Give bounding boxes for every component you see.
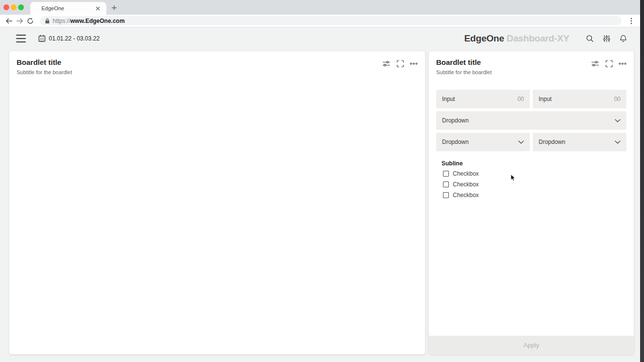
apply-button[interactable]: Apply bbox=[429, 336, 634, 354]
checkbox-row-3[interactable]: Checkbox bbox=[443, 191, 626, 199]
chevron-down-icon bbox=[518, 141, 524, 144]
checkbox-square[interactable] bbox=[443, 181, 449, 187]
boardlet-left-header: Boardlet title Subtitle for the boardlet bbox=[17, 58, 418, 76]
new-tab-button[interactable] bbox=[110, 4, 118, 12]
ellipsis-icon bbox=[619, 62, 626, 65]
filter-settings-button[interactable] bbox=[603, 35, 610, 42]
reload-icon bbox=[27, 18, 34, 24]
boardlet-more-button[interactable] bbox=[619, 60, 626, 67]
sliders-horizontal-icon bbox=[591, 60, 599, 67]
boardlet-right-header: Boardlet title Subtitle for the boardlet bbox=[436, 58, 626, 76]
browser-tab[interactable]: EdgeOne bbox=[30, 2, 106, 15]
search-icon bbox=[586, 35, 594, 42]
boardlet-fullscreen-button[interactable] bbox=[396, 60, 404, 67]
logo-primary: EdgeOne bbox=[464, 33, 504, 43]
kebab-menu-icon bbox=[630, 18, 632, 24]
sliders-vertical-icon bbox=[603, 35, 610, 42]
lock-icon bbox=[45, 18, 50, 24]
tab-title: EdgeOne bbox=[41, 5, 94, 11]
search-button[interactable] bbox=[586, 35, 594, 42]
app-header: 01.01.22 - 03.03.22 EdgeOne Dashboard-XY bbox=[0, 27, 640, 50]
reload-button[interactable] bbox=[25, 16, 35, 26]
boardlet-right: Boardlet title Subtitle for the boardlet bbox=[428, 51, 634, 355]
boardlet-filter-button[interactable] bbox=[382, 60, 390, 67]
browser-address-bar: https://www.EdgeOne.com bbox=[0, 15, 644, 27]
url-text: https://www.EdgeOne.com bbox=[53, 18, 125, 24]
url-host: www.EdgeOne.com bbox=[70, 18, 125, 24]
checkbox-label: Checkbox bbox=[453, 192, 479, 199]
checkbox-row-1[interactable]: Checkbox bbox=[443, 170, 626, 178]
boardlet-title: Boardlet title bbox=[436, 58, 591, 67]
subline-section: Subline Checkbox Checkbox Checkbox bbox=[436, 160, 626, 199]
input-field-1[interactable]: Input 00 bbox=[436, 90, 530, 108]
chevron-down-icon bbox=[615, 141, 621, 144]
ellipsis-icon bbox=[410, 62, 418, 65]
boardlet-left: Boardlet title Subtitle for the boardlet bbox=[9, 51, 425, 355]
tab-close-button[interactable] bbox=[94, 4, 101, 12]
browser-tab-strip: EdgeOne bbox=[0, 0, 644, 15]
menu-button[interactable] bbox=[16, 35, 26, 42]
url-field[interactable]: https://www.EdgeOne.com bbox=[40, 16, 622, 25]
boardlet-more-button[interactable] bbox=[410, 60, 418, 67]
input-label: Input bbox=[442, 96, 455, 102]
boardlet-form: Input 00 Input 00 Dropdown Dropdown bbox=[436, 90, 626, 151]
header-icons bbox=[586, 35, 627, 42]
fullscreen-icon bbox=[397, 60, 404, 67]
app-logo: EdgeOne Dashboard-XY bbox=[464, 33, 569, 44]
back-button[interactable] bbox=[4, 16, 14, 26]
input-value: 00 bbox=[518, 96, 524, 102]
checkbox-label: Checkbox bbox=[453, 181, 479, 188]
browser-menu-button[interactable] bbox=[626, 16, 636, 26]
checkbox-label: Checkbox bbox=[453, 170, 479, 177]
boardlet-filter-button[interactable] bbox=[591, 60, 599, 67]
screen-right-edge bbox=[640, 0, 644, 362]
subline-label: Subline bbox=[442, 160, 626, 167]
url-scheme: https:// bbox=[53, 18, 70, 24]
window-close-button[interactable] bbox=[3, 4, 9, 10]
date-range-picker[interactable]: 01.01.22 - 03.03.22 bbox=[38, 35, 100, 42]
boardlet-subtitle: Subtitle for the boardlet bbox=[17, 69, 382, 76]
dropdown-label: Dropdown bbox=[442, 139, 469, 145]
dropdown-full[interactable]: Dropdown bbox=[436, 111, 626, 130]
calendar-icon bbox=[38, 35, 46, 42]
input-value: 00 bbox=[614, 96, 621, 102]
window-controls bbox=[3, 4, 24, 10]
dropdown-half-2[interactable]: Dropdown bbox=[533, 133, 626, 151]
checkbox-square[interactable] bbox=[443, 192, 449, 198]
dropdown-half-1[interactable]: Dropdown bbox=[436, 133, 530, 151]
dropdown-label: Dropdown bbox=[539, 139, 565, 145]
logo-secondary: Dashboard-XY bbox=[504, 33, 569, 43]
checkbox-square[interactable] bbox=[443, 171, 449, 177]
chevron-down-icon bbox=[615, 119, 621, 122]
input-label: Input bbox=[539, 96, 552, 102]
forward-icon bbox=[16, 18, 23, 24]
back-icon bbox=[5, 18, 13, 24]
window-zoom-button[interactable] bbox=[18, 4, 24, 10]
fullscreen-icon bbox=[605, 60, 613, 67]
notifications-button[interactable] bbox=[619, 35, 627, 42]
date-range-text: 01.01.22 - 03.03.22 bbox=[49, 35, 100, 42]
close-icon bbox=[96, 6, 100, 11]
boardlet-fullscreen-button[interactable] bbox=[605, 60, 613, 67]
checkbox-row-2[interactable]: Checkbox bbox=[443, 181, 626, 188]
plus-icon bbox=[111, 5, 117, 11]
bell-icon bbox=[620, 35, 627, 42]
window-minimize-button[interactable] bbox=[11, 4, 17, 10]
boardlet-subtitle: Subtitle for the boardlet bbox=[436, 69, 591, 76]
forward-button[interactable] bbox=[15, 16, 24, 26]
boardlet-title: Boardlet title bbox=[17, 58, 382, 67]
sliders-horizontal-icon bbox=[382, 60, 390, 67]
input-field-2[interactable]: Input 00 bbox=[533, 90, 626, 108]
dropdown-label: Dropdown bbox=[442, 117, 469, 124]
hamburger-icon bbox=[16, 35, 26, 36]
